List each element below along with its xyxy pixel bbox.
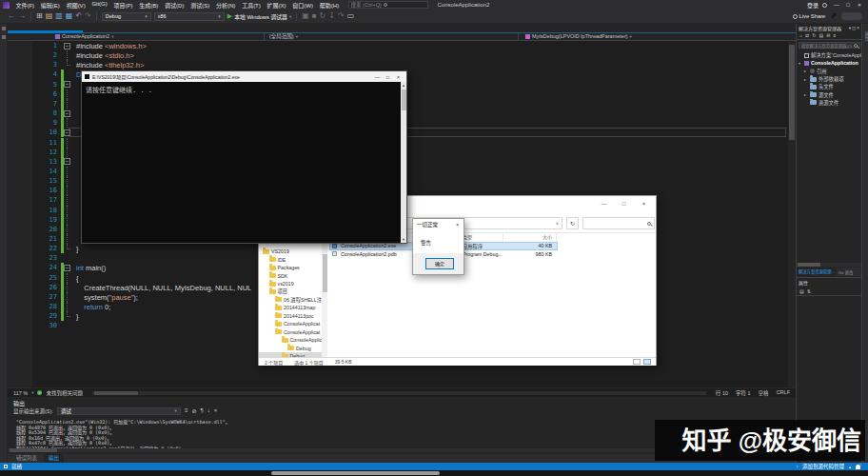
scrollbar-thumb[interactable] xyxy=(94,391,138,395)
solution-tree-item[interactable]: ▸外部依赖项 xyxy=(797,75,861,83)
solution-tree-item[interactable]: ▸源文件 xyxy=(797,91,861,99)
explorer-tree-item[interactable]: Debug xyxy=(259,344,322,351)
tree-expander-icon[interactable]: ▾ xyxy=(799,61,802,66)
explorer-tree-item[interactable]: 项目 xyxy=(259,288,322,295)
scrollbar-thumb[interactable] xyxy=(10,448,57,452)
sync-selection-icon[interactable]: ≡ xyxy=(833,32,836,38)
share-icon[interactable]: ⇗ xyxy=(830,11,837,21)
step-over-icon[interactable]: ↷ xyxy=(338,11,345,21)
fold-collapse-icon[interactable]: − xyxy=(64,158,70,165)
find-message-icon[interactable]: ≡ xyxy=(185,407,188,414)
menu-item[interactable]: Git(G) xyxy=(89,1,110,10)
explorer-tree-item[interactable]: SDK xyxy=(259,271,322,279)
tree-expander-icon[interactable]: ▸ xyxy=(804,77,808,82)
output-source-select[interactable]: 调试 ▾ xyxy=(57,407,181,415)
tree-expander-icon[interactable]: ▸ xyxy=(804,69,808,73)
alphabetical-sort-icon[interactable]: ⇅ xyxy=(807,288,811,294)
close-output-icon[interactable]: × xyxy=(214,407,218,414)
tab-solution-explorer[interactable]: 解决方案资源管理... xyxy=(797,268,837,276)
fold-collapse-icon[interactable]: − xyxy=(64,81,70,88)
explorer-tree-item[interactable]: VS2019 xyxy=(259,248,322,255)
menu-item[interactable]: 调试(D) xyxy=(162,1,187,10)
live-share-button[interactable]: Live Share xyxy=(793,13,826,19)
console-close-button[interactable]: × xyxy=(393,74,404,80)
tab-error-list[interactable]: 错误列表 xyxy=(11,454,42,463)
menu-item[interactable]: 文件(F) xyxy=(12,1,37,10)
properties-side-tab[interactable]: 属性 xyxy=(863,31,868,42)
notifications-bell-icon[interactable] xyxy=(856,465,860,469)
menu-item[interactable]: 编辑(E) xyxy=(37,1,63,10)
new-file-icon[interactable]: ⊞ xyxy=(36,11,43,21)
word-wrap-icon[interactable]: ¶ xyxy=(200,407,203,414)
menu-item[interactable]: 分析(N) xyxy=(213,1,239,10)
tab-output[interactable]: 输出 xyxy=(44,454,64,463)
nav-back-icon[interactable]: ← xyxy=(8,11,15,21)
home-icon[interactable]: ⌂ xyxy=(799,32,802,38)
refresh-button[interactable]: ↻ xyxy=(566,217,579,229)
explorer-minimize-button[interactable]: — xyxy=(594,196,614,211)
console-scrollbar[interactable]: ▲ ▼ xyxy=(401,82,406,243)
explorer-close-button[interactable]: × xyxy=(634,196,654,211)
fold-collapse-icon[interactable]: − xyxy=(64,43,70,50)
column-separator[interactable] xyxy=(503,233,503,242)
scrollbar-thumb[interactable] xyxy=(323,254,327,292)
pin-icon[interactable]: ◫ xyxy=(852,26,856,30)
menu-item[interactable]: 视图(V) xyxy=(63,1,89,10)
refresh-icon[interactable]: ↻ xyxy=(812,32,816,38)
tree-expander-icon[interactable]: ▸ xyxy=(804,92,808,97)
explorer-tree-item[interactable]: ConsoleApplic xyxy=(259,336,322,344)
breadcrumb-member-dropdown[interactable]: MyIsDebug(LPVOID lpThreadParameter) ▾ xyxy=(519,33,796,41)
collapse-all-icon[interactable]: ⊟ xyxy=(826,32,830,38)
taskbar-handle[interactable] xyxy=(271,471,440,475)
undo-icon[interactable]: ↶ xyxy=(75,11,82,21)
platform-select[interactable]: x86▾ xyxy=(154,12,225,21)
stop-icon[interactable]: ■ xyxy=(312,11,317,21)
scrollbar-thumb[interactable] xyxy=(789,45,795,140)
restart-icon[interactable]: ↻ xyxy=(320,11,326,21)
panel-close-icon[interactable]: × xyxy=(857,26,859,30)
fold-collapse-icon[interactable]: − xyxy=(64,129,70,136)
explorer-tree-scrollbar[interactable] xyxy=(322,233,327,357)
explorer-maximize-button[interactable]: □ xyxy=(614,196,634,211)
find-in-files-icon[interactable]: ▭ xyxy=(347,11,355,21)
breadcrumb-project-dropdown[interactable]: ConsoleApplication2 ▾ xyxy=(8,33,265,41)
solution-tree-item[interactable]: 解决方案“ConsoleApplicati xyxy=(797,51,861,59)
configuration-select[interactable]: Debug▾ xyxy=(102,12,151,21)
scrollbar-thumb[interactable] xyxy=(798,263,820,267)
menu-item[interactable]: 测试(S) xyxy=(187,1,213,10)
close-button[interactable]: × xyxy=(854,0,865,10)
scroll-up-icon[interactable]: ▲ xyxy=(401,83,406,88)
solution-horizontal-scrollbar[interactable] xyxy=(797,263,861,267)
maximize-button[interactable]: □ xyxy=(842,0,854,10)
feedback-badge[interactable] xyxy=(841,12,862,20)
redo-icon[interactable]: ↷ xyxy=(85,11,91,21)
explorer-tree-item[interactable]: ConsoleApplicat xyxy=(259,320,322,327)
details-view-icon[interactable] xyxy=(633,359,641,365)
chevron-down-icon[interactable]: ∨ xyxy=(556,221,562,226)
explorer-tree-item[interactable]: IDE xyxy=(259,255,322,263)
tab-git-changes[interactable]: Git 更改 xyxy=(837,269,855,275)
dialog-close-icon[interactable]: × xyxy=(451,222,464,228)
quick-search-box[interactable]: 搜索 (Ctrl+Q) xyxy=(348,1,428,9)
fold-collapse-icon[interactable]: − xyxy=(64,110,70,117)
categorize-icon[interactable]: ▤ xyxy=(799,288,804,294)
scroll-down-icon[interactable]: ▼ xyxy=(401,237,406,242)
solution-tree-item[interactable]: 资源文件 xyxy=(797,99,861,107)
explorer-tree-item[interactable]: ConsoleApplicat xyxy=(259,328,322,336)
explorer-tree-item[interactable]: 20144113map xyxy=(259,304,322,311)
nav-forward-icon[interactable]: → xyxy=(18,11,26,21)
console-window[interactable]: E:\VS2019\项目\ConsoleApplication2\Debug\C… xyxy=(81,70,407,244)
menu-item[interactable]: 生成(B) xyxy=(136,1,162,10)
properties-header[interactable]: 属性 xyxy=(797,277,861,286)
solution-tree-item[interactable]: ▸引用 xyxy=(797,68,861,75)
console-titlebar[interactable]: E:\VS2019\项目\ConsoleApplication2\Debug\C… xyxy=(82,71,406,82)
background-tasks-icon[interactable] xyxy=(4,465,8,468)
break-all-icon[interactable]: ▣ xyxy=(302,11,309,21)
explorer-tree-item[interactable]: 20144113poc xyxy=(259,312,322,320)
toolbox-tab-icon[interactable] xyxy=(2,35,6,39)
menu-item[interactable]: 工具(T) xyxy=(239,1,264,10)
breadcrumb-scope-dropdown[interactable]: (全局范围) ▾ xyxy=(265,33,519,41)
clear-all-icon[interactable]: ⊘ xyxy=(191,407,196,414)
minimize-button[interactable]: — xyxy=(831,0,842,10)
solution-search-box[interactable]: 搜索解决方案资源管理器(Ctrl+;) xyxy=(799,42,860,49)
